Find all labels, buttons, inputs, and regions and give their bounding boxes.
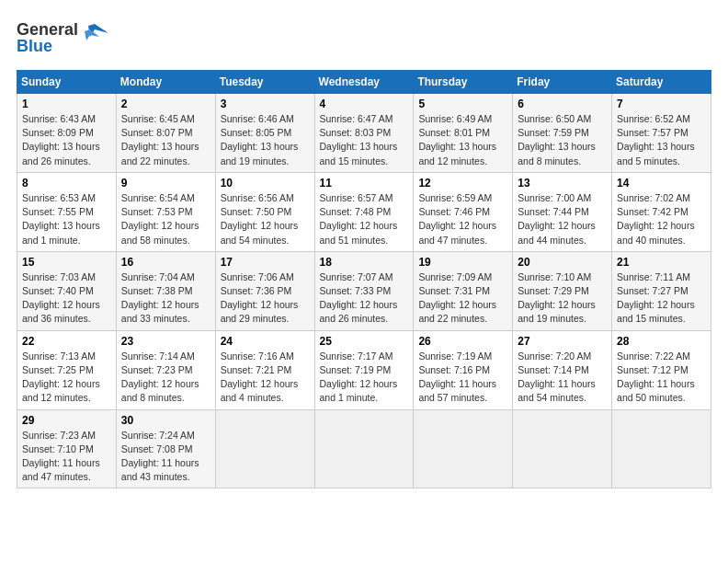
calendar-body: 1Sunrise: 6:43 AM Sunset: 8:09 PM Daylig… (17, 94, 711, 488)
day-cell: 30Sunrise: 7:24 AM Sunset: 7:08 PM Dayli… (116, 409, 215, 488)
day-cell: 27Sunrise: 7:20 AM Sunset: 7:14 PM Dayli… (513, 330, 612, 409)
day-cell: 23Sunrise: 7:14 AM Sunset: 7:23 PM Dayli… (116, 330, 215, 409)
col-header-sunday: Sunday (17, 71, 117, 94)
day-cell: 29Sunrise: 7:23 AM Sunset: 7:10 PM Dayli… (17, 409, 117, 488)
day-number: 9 (121, 177, 210, 190)
day-cell: 6Sunrise: 6:50 AM Sunset: 7:59 PM Daylig… (513, 94, 612, 173)
day-cell: 26Sunrise: 7:19 AM Sunset: 7:16 PM Dayli… (414, 330, 513, 409)
day-info: Sunrise: 6:56 AM Sunset: 7:50 PM Dayligh… (221, 191, 310, 247)
day-info: Sunrise: 7:19 AM Sunset: 7:16 PM Dayligh… (418, 350, 507, 406)
header: General Blue (17, 17, 711, 61)
svg-text:Blue: Blue (17, 37, 52, 55)
logo-text-block: General Blue (17, 17, 118, 61)
day-cell (215, 409, 314, 488)
day-number: 10 (221, 177, 310, 190)
week-row-3: 15Sunrise: 7:03 AM Sunset: 7:40 PM Dayli… (17, 251, 711, 330)
day-cell: 11Sunrise: 6:57 AM Sunset: 7:48 PM Dayli… (314, 172, 414, 251)
week-row-5: 29Sunrise: 7:23 AM Sunset: 7:10 PM Dayli… (17, 409, 711, 488)
day-cell: 12Sunrise: 6:59 AM Sunset: 7:46 PM Dayli… (414, 172, 513, 251)
day-info: Sunrise: 6:46 AM Sunset: 8:05 PM Dayligh… (221, 112, 310, 168)
col-header-thursday: Thursday (414, 71, 513, 94)
day-number: 21 (617, 256, 706, 269)
day-cell: 18Sunrise: 7:07 AM Sunset: 7:33 PM Dayli… (314, 251, 414, 330)
day-info: Sunrise: 6:57 AM Sunset: 7:48 PM Dayligh… (320, 191, 409, 247)
day-info: Sunrise: 6:50 AM Sunset: 7:59 PM Dayligh… (518, 112, 607, 168)
calendar-table: SundayMondayTuesdayWednesdayThursdayFrid… (17, 70, 711, 488)
day-cell: 8Sunrise: 6:53 AM Sunset: 7:55 PM Daylig… (17, 172, 117, 251)
day-info: Sunrise: 6:47 AM Sunset: 8:03 PM Dayligh… (320, 112, 409, 168)
day-number: 16 (121, 256, 210, 269)
day-number: 14 (617, 177, 706, 190)
day-cell: 20Sunrise: 7:10 AM Sunset: 7:29 PM Dayli… (513, 251, 612, 330)
day-info: Sunrise: 7:07 AM Sunset: 7:33 PM Dayligh… (320, 270, 409, 327)
day-cell: 5Sunrise: 6:49 AM Sunset: 8:01 PM Daylig… (414, 94, 513, 173)
day-number: 17 (221, 256, 310, 269)
day-info: Sunrise: 6:49 AM Sunset: 8:01 PM Dayligh… (418, 112, 507, 168)
day-number: 26 (418, 335, 507, 348)
week-row-4: 22Sunrise: 7:13 AM Sunset: 7:25 PM Dayli… (17, 330, 711, 409)
day-info: Sunrise: 7:02 AM Sunset: 7:42 PM Dayligh… (617, 191, 706, 247)
day-cell: 13Sunrise: 7:00 AM Sunset: 7:44 PM Dayli… (513, 172, 612, 251)
day-info: Sunrise: 7:22 AM Sunset: 7:12 PM Dayligh… (617, 350, 706, 406)
day-number: 4 (320, 98, 409, 110)
day-cell (414, 409, 513, 488)
svg-text:General: General (17, 20, 78, 39)
svg-marker-3 (85, 29, 99, 40)
day-number: 8 (22, 177, 111, 190)
day-cell: 24Sunrise: 7:16 AM Sunset: 7:21 PM Dayli… (215, 330, 314, 409)
day-info: Sunrise: 7:24 AM Sunset: 7:08 PM Dayligh… (121, 429, 210, 485)
day-number: 19 (418, 256, 507, 269)
week-row-1: 1Sunrise: 6:43 AM Sunset: 8:09 PM Daylig… (17, 94, 711, 173)
day-info: Sunrise: 7:20 AM Sunset: 7:14 PM Dayligh… (518, 350, 607, 406)
day-cell (314, 409, 414, 488)
day-cell: 9Sunrise: 6:54 AM Sunset: 7:53 PM Daylig… (116, 172, 215, 251)
day-info: Sunrise: 6:59 AM Sunset: 7:46 PM Dayligh… (418, 191, 507, 247)
day-cell: 17Sunrise: 7:06 AM Sunset: 7:36 PM Dayli… (215, 251, 314, 330)
day-cell: 22Sunrise: 7:13 AM Sunset: 7:25 PM Dayli… (17, 330, 117, 409)
day-number: 18 (320, 256, 409, 269)
day-info: Sunrise: 7:11 AM Sunset: 7:27 PM Dayligh… (617, 270, 706, 327)
day-number: 20 (518, 256, 607, 269)
day-info: Sunrise: 7:09 AM Sunset: 7:31 PM Dayligh… (418, 270, 507, 327)
day-number: 6 (518, 98, 607, 110)
col-header-saturday: Saturday (612, 71, 711, 94)
day-cell: 19Sunrise: 7:09 AM Sunset: 7:31 PM Dayli… (414, 251, 513, 330)
week-row-2: 8Sunrise: 6:53 AM Sunset: 7:55 PM Daylig… (17, 172, 711, 251)
day-info: Sunrise: 7:04 AM Sunset: 7:38 PM Dayligh… (121, 270, 210, 327)
logo: General Blue (17, 17, 118, 61)
day-number: 28 (617, 335, 706, 348)
calendar-header-row: SundayMondayTuesdayWednesdayThursdayFrid… (17, 71, 711, 94)
day-number: 29 (22, 414, 111, 427)
day-info: Sunrise: 7:10 AM Sunset: 7:29 PM Dayligh… (518, 270, 607, 327)
day-number: 15 (22, 256, 111, 269)
day-cell: 25Sunrise: 7:17 AM Sunset: 7:19 PM Dayli… (314, 330, 414, 409)
day-cell (612, 409, 711, 488)
col-header-friday: Friday (513, 71, 612, 94)
day-number: 12 (418, 177, 507, 190)
day-info: Sunrise: 7:14 AM Sunset: 7:23 PM Dayligh… (121, 350, 210, 406)
day-cell: 15Sunrise: 7:03 AM Sunset: 7:40 PM Dayli… (17, 251, 117, 330)
day-info: Sunrise: 7:00 AM Sunset: 7:44 PM Dayligh… (518, 191, 607, 247)
day-cell: 4Sunrise: 6:47 AM Sunset: 8:03 PM Daylig… (314, 94, 414, 173)
day-number: 13 (518, 177, 607, 190)
col-header-monday: Monday (116, 71, 215, 94)
day-info: Sunrise: 7:06 AM Sunset: 7:36 PM Dayligh… (221, 270, 310, 327)
day-number: 2 (121, 98, 210, 110)
day-number: 1 (22, 98, 111, 110)
day-cell: 2Sunrise: 6:45 AM Sunset: 8:07 PM Daylig… (116, 94, 215, 173)
day-cell: 3Sunrise: 6:46 AM Sunset: 8:05 PM Daylig… (215, 94, 314, 173)
day-info: Sunrise: 6:54 AM Sunset: 7:53 PM Dayligh… (121, 191, 210, 247)
day-number: 25 (320, 335, 409, 348)
col-header-tuesday: Tuesday (215, 71, 314, 94)
col-header-wednesday: Wednesday (314, 71, 414, 94)
day-info: Sunrise: 7:03 AM Sunset: 7:40 PM Dayligh… (22, 270, 111, 327)
day-cell: 28Sunrise: 7:22 AM Sunset: 7:12 PM Dayli… (612, 330, 711, 409)
page: General Blue SundayMondayTuesdayWednesda… (0, 0, 728, 563)
day-number: 27 (518, 335, 607, 348)
day-info: Sunrise: 6:45 AM Sunset: 8:07 PM Dayligh… (121, 112, 210, 168)
day-info: Sunrise: 7:13 AM Sunset: 7:25 PM Dayligh… (22, 350, 111, 406)
day-info: Sunrise: 7:17 AM Sunset: 7:19 PM Dayligh… (320, 350, 409, 406)
day-number: 5 (418, 98, 507, 110)
day-number: 22 (22, 335, 111, 348)
day-cell: 14Sunrise: 7:02 AM Sunset: 7:42 PM Dayli… (612, 172, 711, 251)
